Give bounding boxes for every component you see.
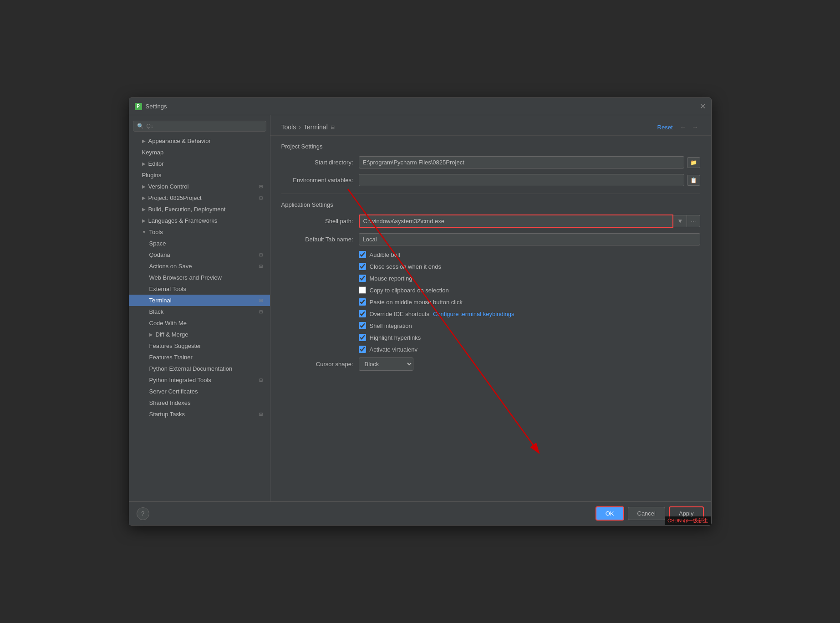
paste-middle-label[interactable]: Paste on middle mouse button click bbox=[370, 299, 463, 306]
start-directory-browse-button[interactable]: 📁 bbox=[687, 157, 700, 168]
reset-button[interactable]: Reset bbox=[657, 124, 673, 131]
sidebar-item-qodana[interactable]: Qodana ⊟ bbox=[129, 249, 270, 260]
search-box[interactable]: 🔍 bbox=[133, 121, 266, 132]
sidebar-item-web-browsers[interactable]: Web Browsers and Preview bbox=[129, 272, 270, 283]
sidebar-item-black[interactable]: Black ⊟ bbox=[129, 306, 270, 317]
sidebar-item-label: Appearance & Behavior bbox=[148, 138, 211, 144]
sidebar-item-external-tools[interactable]: External Tools bbox=[129, 283, 270, 295]
help-button[interactable]: ? bbox=[137, 507, 149, 520]
breadcrumb-parent: Tools bbox=[281, 123, 296, 131]
close-session-checkbox[interactable] bbox=[359, 263, 366, 270]
mouse-reporting-label[interactable]: Mouse reporting bbox=[370, 275, 412, 282]
sidebar-item-label: Features Suggester bbox=[149, 342, 201, 349]
audible-bell-checkbox[interactable] bbox=[359, 251, 366, 258]
nav-back-button[interactable]: ← bbox=[678, 123, 688, 132]
highlight-hyperlinks-row: Highlight hyperlinks bbox=[281, 334, 700, 341]
sidebar-item-label: Plugins bbox=[142, 172, 162, 179]
copy-clipboard-label[interactable]: Copy to clipboard on selection bbox=[370, 287, 449, 294]
sidebar-item-shared-indexes[interactable]: Shared Indexes bbox=[129, 397, 270, 409]
sidebar-item-tools[interactable]: ▼ Tools bbox=[129, 226, 270, 238]
settings-dialog: P Settings ✕ 🔍 ▶ Appearance & Behavior K… bbox=[129, 97, 712, 526]
cancel-button[interactable]: Cancel bbox=[628, 507, 665, 520]
highlight-hyperlinks-checkbox[interactable] bbox=[359, 334, 366, 341]
sidebar-item-python-integrated[interactable]: Python Integrated Tools ⊟ bbox=[129, 374, 270, 386]
sidebar-item-version-control[interactable]: ▶ Version Control ⊟ bbox=[129, 181, 270, 192]
cursor-shape-select[interactable]: Block Underline Vertical bbox=[359, 357, 413, 371]
start-directory-row: Start directory: 📁 bbox=[281, 156, 700, 169]
shell-integration-row: Shell integration bbox=[281, 322, 700, 329]
env-vars-edit-button[interactable]: 📋 bbox=[687, 175, 700, 186]
sidebar-item-languages[interactable]: ▶ Languages & Frameworks bbox=[129, 215, 270, 226]
arrow-icon: ▶ bbox=[149, 332, 153, 337]
shell-integration-checkbox[interactable] bbox=[359, 322, 366, 329]
sidebar-item-label: Editor bbox=[148, 160, 164, 167]
cursor-shape-label: Cursor shape: bbox=[281, 361, 359, 368]
sidebar-item-keymap[interactable]: Keymap bbox=[129, 147, 270, 158]
default-tab-control bbox=[359, 233, 700, 245]
sidebar-item-editor[interactable]: ▶ Editor bbox=[129, 158, 270, 169]
paste-middle-row: Paste on middle mouse button click bbox=[281, 298, 700, 306]
shell-path-dropdown-button[interactable]: ▼ bbox=[673, 215, 687, 227]
sidebar-item-label: Server Certificates bbox=[149, 388, 198, 395]
cursor-shape-row: Cursor shape: Block Underline Vertical bbox=[281, 357, 700, 371]
start-directory-control: 📁 bbox=[359, 156, 700, 169]
ok-button[interactable]: OK bbox=[596, 506, 624, 521]
sidebar-item-server-certs[interactable]: Server Certificates bbox=[129, 386, 270, 397]
sidebar-item-space[interactable]: Space bbox=[129, 238, 270, 249]
env-vars-row: Environment variables: 📋 bbox=[281, 174, 700, 186]
badge-icon: ⊟ bbox=[259, 298, 263, 303]
sidebar-item-actions-on-save[interactable]: Actions on Save ⊟ bbox=[129, 260, 270, 272]
close-button[interactable]: ✕ bbox=[700, 102, 706, 111]
close-session-label[interactable]: Close session when it ends bbox=[370, 263, 442, 270]
sidebar-item-label: Languages & Frameworks bbox=[148, 217, 218, 224]
bottom-bar: ? OK Cancel Apply bbox=[129, 501, 711, 525]
search-input[interactable] bbox=[147, 123, 262, 129]
title-bar: P Settings ✕ bbox=[129, 98, 711, 115]
sidebar-item-label: Keymap bbox=[142, 149, 164, 156]
sidebar-item-label: Startup Tasks bbox=[149, 411, 185, 418]
shell-path-browse-button[interactable]: ··· bbox=[687, 215, 700, 227]
start-directory-input[interactable] bbox=[359, 156, 684, 169]
panel-header: Tools › Terminal ⊟ Reset ← → bbox=[270, 115, 711, 136]
override-ide-checkbox[interactable] bbox=[359, 310, 366, 317]
env-vars-input[interactable] bbox=[359, 174, 684, 186]
sidebar-item-label: Version Control bbox=[148, 183, 189, 190]
breadcrumb-icon[interactable]: ⊟ bbox=[331, 124, 335, 130]
sidebar-item-appearance[interactable]: ▶ Appearance & Behavior bbox=[129, 135, 270, 147]
nav-forward-button[interactable]: → bbox=[690, 123, 700, 132]
env-vars-control: 📋 bbox=[359, 174, 700, 186]
paste-middle-checkbox[interactable] bbox=[359, 298, 366, 306]
sidebar-item-python-ext-doc[interactable]: Python External Documentation bbox=[129, 363, 270, 374]
arrow-icon: ▶ bbox=[142, 184, 146, 189]
sidebar-item-features-suggester[interactable]: Features Suggester bbox=[129, 340, 270, 352]
sidebar-item-build[interactable]: ▶ Build, Execution, Deployment bbox=[129, 204, 270, 215]
sidebar-item-label: Shared Indexes bbox=[149, 399, 191, 406]
audible-bell-row: Audible bell bbox=[281, 251, 700, 258]
override-ide-label[interactable]: Override IDE shortcuts bbox=[370, 311, 430, 317]
badge-icon: ⊟ bbox=[259, 378, 263, 383]
sidebar-item-terminal[interactable]: Terminal ⊟ bbox=[129, 295, 270, 306]
project-section-title: Project Settings bbox=[281, 143, 700, 150]
shell-integration-label[interactable]: Shell integration bbox=[370, 322, 412, 329]
activate-venv-checkbox[interactable] bbox=[359, 346, 366, 353]
shell-path-input[interactable] bbox=[359, 214, 674, 228]
audible-bell-label[interactable]: Audible bell bbox=[370, 251, 400, 258]
sidebar-item-startup-tasks[interactable]: Startup Tasks ⊟ bbox=[129, 409, 270, 420]
sidebar-item-label: Qodana bbox=[149, 251, 170, 258]
sidebar-item-plugins[interactable]: Plugins bbox=[129, 169, 270, 181]
app-icon: P bbox=[135, 103, 142, 110]
sidebar-item-diff-merge[interactable]: ▶ Diff & Merge bbox=[129, 329, 270, 340]
sidebar-item-project[interactable]: ▶ Project: 0825Project ⊟ bbox=[129, 192, 270, 204]
arrow-icon: ▶ bbox=[142, 161, 146, 166]
copy-clipboard-checkbox[interactable] bbox=[359, 286, 366, 294]
mouse-reporting-row: Mouse reporting bbox=[281, 275, 700, 282]
highlight-hyperlinks-label[interactable]: Highlight hyperlinks bbox=[370, 334, 421, 341]
main-content: 🔍 ▶ Appearance & Behavior Keymap ▶ Edito… bbox=[129, 115, 711, 501]
activate-venv-label[interactable]: Activate virtualenv bbox=[370, 346, 418, 353]
divider-1 bbox=[281, 194, 700, 194]
sidebar-item-code-with-me[interactable]: Code With Me bbox=[129, 317, 270, 329]
mouse-reporting-checkbox[interactable] bbox=[359, 275, 366, 282]
configure-keybindings-link[interactable]: Configure terminal keybindings bbox=[433, 311, 514, 317]
default-tab-input[interactable] bbox=[359, 233, 700, 245]
sidebar-item-features-trainer[interactable]: Features Trainer bbox=[129, 352, 270, 363]
